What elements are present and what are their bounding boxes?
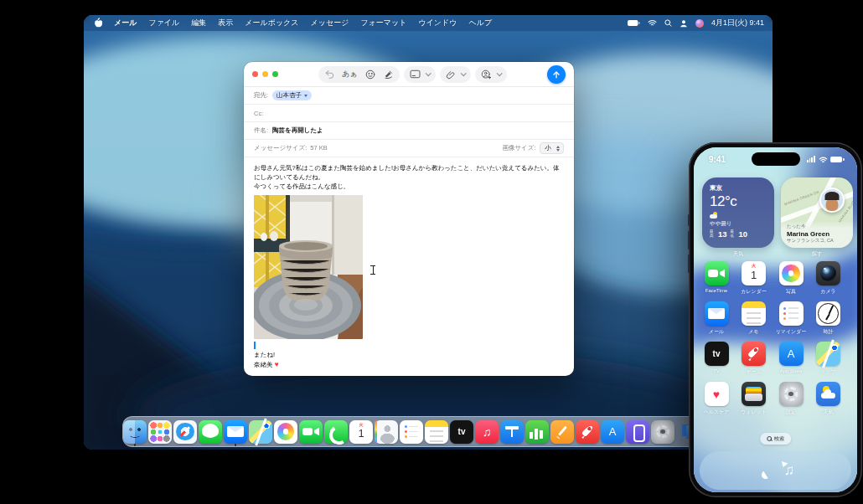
compose-tools-group: あぁ [318, 66, 399, 83]
menu-item-4[interactable]: メールボックス [239, 18, 304, 28]
findmy-city: サンフランシスコ, CA [787, 238, 847, 244]
send-button[interactable] [547, 65, 566, 84]
iphone-app-clock[interactable]: 時計 [810, 301, 847, 336]
iphone-app-photos[interactable]: 写真 [773, 261, 809, 296]
siri-icon[interactable] [695, 19, 704, 28]
iphone-app-tv[interactable]: tvTV [698, 342, 735, 373]
message-body[interactable]: お母さん元気?私はこの夏また陶芸を始めました!お母さんから教わったこと、だいたい… [244, 157, 574, 370]
format-text-icon[interactable]: あぁ [342, 69, 357, 80]
dock-item-launchpad[interactable] [148, 419, 172, 445]
games-icon [576, 420, 599, 444]
battery-icon[interactable] [628, 20, 640, 27]
findmy-info: たった今 Marina Green サンフランシスコ, CA [781, 220, 853, 248]
dock-item-music[interactable]: ♫ [475, 419, 499, 445]
weather-widget[interactable]: 東京 12°c やや曇り 最高13 最低10 [702, 177, 774, 248]
menubar-items: メールファイル編集表示メールボックスメッセージフォーマットウインドウヘルプ [108, 18, 498, 28]
dock-item-calendar[interactable]: 1火 [349, 419, 373, 445]
facetime-icon [299, 420, 323, 444]
app-label: App Store [780, 368, 803, 373]
dock-item-appstore[interactable]: A [601, 419, 624, 445]
zoom-button[interactable] [272, 71, 278, 77]
desktop-background: メールファイル編集表示メールボックスメッセージフォーマットウインドウヘルプ 4月… [0, 0, 863, 504]
settings-icon [651, 420, 674, 444]
dock-item-contacts[interactable] [375, 419, 398, 445]
iphone-app-settings[interactable]: 設定 [773, 382, 809, 416]
menu-item-6[interactable]: フォーマット [354, 18, 412, 28]
attachment-button[interactable] [440, 66, 471, 83]
iphone-dock: ♫ [700, 451, 851, 490]
calendar-icon: 1火 [349, 420, 373, 444]
emoji-icon[interactable] [365, 69, 375, 80]
findmy-widget[interactable]: MARINA GREEN DR MARINA BLVD たった今 Marina … [781, 177, 853, 248]
dock-item-settings[interactable] [651, 419, 674, 445]
iphone-app-facetime[interactable]: FaceTime [698, 261, 735, 293]
menu-item-3[interactable]: 表示 [212, 18, 239, 28]
search-icon[interactable] [664, 19, 672, 27]
apple-menu[interactable] [92, 18, 103, 28]
attachment-pottery-photo[interactable] [254, 195, 363, 339]
subject-field[interactable]: 件名: 陶芸を再開したよ [244, 122, 574, 140]
cc-field[interactable]: Cc: [244, 105, 574, 122]
messages-icon [199, 420, 222, 444]
dock-item-tv[interactable]: tv [450, 419, 473, 445]
pages-icon [550, 420, 574, 444]
iphone-app-notes[interactable]: メモ [736, 301, 773, 336]
dock-item-mirroring[interactable] [626, 419, 649, 445]
contacts-icon [375, 420, 398, 444]
close-button[interactable] [252, 71, 258, 77]
undo-icon[interactable] [324, 69, 334, 79]
iphone-app-games[interactable]: ゲーム [736, 342, 773, 376]
dock-item-keynote[interactable] [500, 419, 524, 445]
dock-item-reminders[interactable] [400, 419, 423, 445]
body-paragraph: お母さん元気?私はこの夏また陶芸を始めました!お母さんから教わったこと、だいたい… [254, 164, 564, 192]
mail-compose-window: あぁ [244, 62, 574, 376]
findmy-timestamp: たった今 [787, 224, 847, 229]
dock-item-mail[interactable] [224, 419, 247, 445]
user-switch-icon[interactable] [680, 19, 688, 28]
iphone-app-reminders[interactable]: リマインダー [773, 301, 809, 336]
wifi-icon[interactable] [648, 19, 657, 27]
dock-item-messages[interactable] [199, 419, 222, 445]
chevron-down-icon [496, 70, 502, 76]
menu-item-7[interactable]: ウインドウ [412, 18, 463, 28]
menu-item-1[interactable]: ファイル [142, 18, 185, 28]
dock-item-games[interactable] [576, 419, 599, 445]
iphone-app-health[interactable]: ♥ヘルスケア [698, 382, 735, 416]
iphone-app-maps[interactable]: マップ [810, 342, 847, 376]
iphone-app-calendar[interactable]: 1火カレンダー [736, 261, 773, 296]
iphone-app-mail[interactable]: メール [698, 301, 735, 336]
recipient-token[interactable]: 山本杏子 [272, 90, 312, 100]
iphone-app-appstore[interactable]: AApp Store [773, 342, 809, 373]
camera-icon [816, 261, 840, 285]
minimize-button[interactable] [262, 71, 268, 77]
app-label: 天気 [824, 409, 834, 416]
image-size-select[interactable]: 小 [540, 142, 565, 154]
iphone-app-camera[interactable]: カメラ [810, 261, 847, 296]
iphone-app-wallet[interactable]: ウォレット [736, 382, 773, 416]
menubar-clock[interactable]: 4月1日(火) 9:41 [711, 18, 764, 28]
dock-item-phone[interactable] [324, 419, 348, 445]
dock-item-safari[interactable] [173, 419, 197, 445]
tv-icon: tv [705, 342, 729, 366]
dock-item-pages[interactable] [550, 419, 574, 445]
menu-item-8[interactable]: ヘルプ [463, 18, 499, 28]
to-label: 宛先: [254, 91, 268, 100]
add-contact-button[interactable] [475, 66, 507, 83]
dock-item-photos[interactable] [274, 419, 297, 445]
to-field[interactable]: 宛先: 山本杏子 [244, 87, 574, 105]
dock-item-notes[interactable] [425, 419, 448, 445]
iphone-app-weather[interactable]: 天気 [810, 382, 847, 416]
markup-icon[interactable] [383, 69, 394, 80]
photo-browser-button[interactable] [404, 66, 436, 83]
spotlight-search-pill[interactable]: 検索 [760, 433, 792, 445]
dock-item-numbers[interactable] [525, 419, 549, 445]
volume-button [688, 255, 690, 273]
menu-item-5[interactable]: メッセージ [305, 18, 355, 28]
dock-item-finder[interactable] [123, 419, 147, 445]
dock-item-maps[interactable] [249, 419, 272, 445]
menu-item-2[interactable]: 編集 [185, 18, 212, 28]
weather-widget-caption: 天気 [702, 250, 774, 258]
menu-item-0[interactable]: メール [108, 18, 142, 28]
dock-item-facetime[interactable] [299, 419, 323, 445]
chevron-down-icon [425, 70, 431, 76]
